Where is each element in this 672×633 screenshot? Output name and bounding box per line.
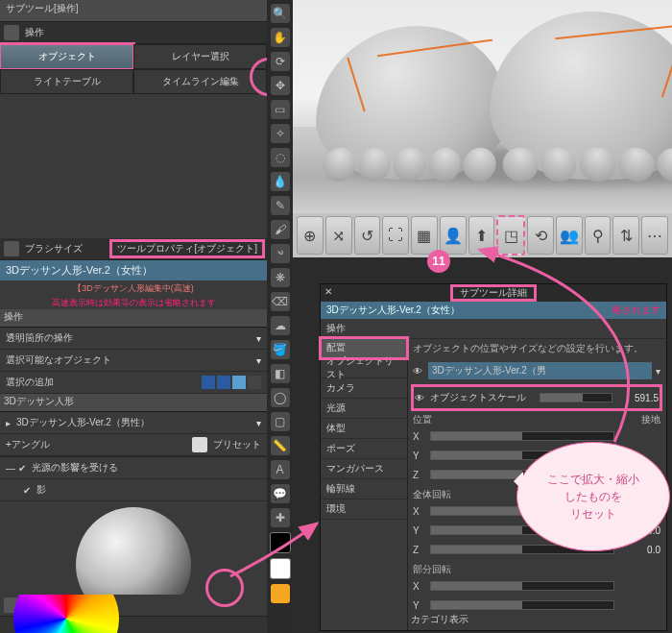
tool-select-icon[interactable]: ▭: [271, 100, 290, 119]
detail-model-name: 3Dデッサン人形-Ver.2（女性） 略されます: [321, 302, 666, 319]
ctrl-updown-icon[interactable]: ⇅: [612, 216, 639, 255]
side-camera[interactable]: カメラ: [321, 378, 407, 399]
model-dropdown[interactable]: 👁 3Dデッサン人形-Ver.2（男 ▾: [413, 361, 660, 380]
side-environment[interactable]: 環境: [321, 499, 407, 520]
category-toggle[interactable]: カテゴリ表示: [411, 613, 468, 626]
ctrl-rotate-icon[interactable]: ↺: [354, 216, 381, 255]
foot-right: [487, 12, 672, 180]
selectable-objects[interactable]: 選択可能なオブジェクト▾: [0, 350, 267, 372]
tool-move-icon[interactable]: ✥: [271, 76, 290, 95]
tool-air-icon[interactable]: ༄: [271, 244, 290, 263]
doll-item[interactable]: ▸3Dデッサン人形-Ver.2（男性）▾: [0, 412, 267, 434]
doll-section: 3Dデッサン人形: [0, 394, 267, 412]
tool-rotate-icon[interactable]: ⟳: [271, 52, 290, 71]
tool-dropper-icon[interactable]: 💧: [271, 172, 290, 191]
side-outline[interactable]: 輪郭線: [321, 479, 407, 499]
color-wheel[interactable]: [13, 595, 119, 633]
tool-zoom-icon[interactable]: 🔍: [271, 4, 290, 23]
tool-text-icon[interactable]: A: [271, 460, 290, 479]
tool-balloon-icon[interactable]: 💬: [271, 484, 290, 503]
tool-fix-icon[interactable]: ✚: [271, 508, 290, 527]
shadow-row[interactable]: ✔影: [0, 479, 267, 501]
prot-y[interactable]: Y: [413, 596, 660, 615]
ctrl-person-icon[interactable]: 👤: [440, 216, 467, 255]
prot-x[interactable]: X: [413, 576, 660, 596]
edit-note-2: 高速表示時は効果等の表示は省略されます: [0, 295, 267, 309]
selection-swatches: [202, 376, 261, 389]
tool-frame-icon[interactable]: ▢: [271, 412, 290, 431]
ctrl-more-icon[interactable]: ⋯: [641, 216, 668, 255]
light-affect-row[interactable]: — ✔光源の影響を受ける: [0, 457, 267, 479]
tool-wand-icon[interactable]: ✧: [271, 124, 290, 143]
tool-grad-icon[interactable]: ◧: [271, 364, 290, 383]
swatch-1[interactable]: [202, 376, 215, 389]
tab-light-table-label: ライトテーブル: [34, 75, 101, 88]
ctrl-up-icon[interactable]: ⬆: [468, 216, 495, 255]
tab-timeline-edit-label: タイムライン編集: [162, 75, 239, 88]
tab-light-table[interactable]: ライトテーブル: [0, 69, 133, 94]
subtool-tabs: オブジェクト レイヤー選択 ライトテーブル タイムライン編集: [0, 44, 267, 94]
tool-pen-icon[interactable]: ✎: [271, 196, 290, 215]
annotation-badge-11: 11: [427, 250, 450, 273]
ctrl-multi-icon[interactable]: 👥: [556, 216, 583, 255]
tool-lasso-icon[interactable]: ◌: [271, 148, 290, 167]
tool-hand-icon[interactable]: ✋: [271, 28, 290, 47]
accent-color[interactable]: [271, 584, 290, 603]
object-scale-value: 591.5: [616, 393, 659, 403]
preset-icon: [192, 437, 207, 452]
angle-preset[interactable]: +アングル プリセット: [0, 434, 267, 456]
ctrl-reset-icon[interactable]: ⟲: [527, 216, 554, 255]
swatch-3[interactable]: [232, 376, 246, 389]
add-selection[interactable]: 選択の追加: [0, 372, 267, 394]
side-manga-perspective[interactable]: マンガパース: [321, 459, 407, 479]
tool-strip: 🔍 ✋ ⟳ ✥ ▭ ✧ ◌ 💧 ✎ 🖌 ༄ ❋ ⌫ ☁ 🪣 ◧ ◯ ▢ 📏 A …: [267, 0, 293, 633]
tab-layer-select-label: レイヤー選択: [172, 50, 229, 63]
brush-icon: [4, 241, 19, 256]
tool-shape-icon[interactable]: ◯: [271, 388, 290, 407]
detail-side-list: 配置 オブジェクトリスト カメラ 光源 体型 ポーズ マンガパース 輪郭線 環境: [321, 338, 408, 630]
tab-object[interactable]: オブジェクト: [0, 44, 133, 69]
side-pose[interactable]: ポーズ: [321, 439, 407, 459]
side-light[interactable]: 光源: [321, 399, 407, 419]
background-color[interactable]: [270, 558, 291, 579]
viewport-3d[interactable]: [293, 0, 672, 213]
object-control-bar: ⊕ ⤨ ↺ ⛶ ▦ 👤 ⬆ ◳ ⟲ 👥 ⚲ ⇅ ⋯: [293, 213, 672, 257]
model-name: 3Dデッサン人形-Ver.2（女性）: [0, 260, 267, 280]
ctrl-cube-reset-icon[interactable]: ◳: [496, 215, 525, 256]
swatch-4[interactable]: [248, 376, 261, 389]
tab-timeline-edit[interactable]: タイムライン編集: [133, 69, 267, 94]
pos-x[interactable]: X: [413, 426, 660, 446]
transparent-op[interactable]: 透明箇所の操作▾: [0, 328, 267, 350]
annotation-circle-detail: [205, 569, 244, 607]
tool-deco-icon[interactable]: ❋: [271, 268, 290, 287]
tool-brush-icon[interactable]: 🖌: [271, 220, 290, 239]
tool-eraser-icon[interactable]: ⌫: [271, 292, 290, 311]
close-icon[interactable]: ✕: [324, 286, 332, 297]
ctrl-grid-icon[interactable]: ▦: [411, 216, 438, 255]
side-object-list[interactable]: オブジェクトリスト: [321, 358, 407, 378]
brush-size-row: ブラシサイズ ツールプロパティ[オブジェクト]: [0, 238, 267, 260]
detail-op-row: 操作: [321, 319, 666, 339]
foot-left: [313, 26, 513, 180]
tool-fill-icon[interactable]: 🪣: [271, 340, 290, 359]
op-section: 操作: [0, 309, 267, 328]
foreground-color[interactable]: [270, 532, 291, 553]
ctrl-pan-icon[interactable]: ⤨: [325, 216, 352, 255]
left-panel: サブツール[操作] 操作 オブジェクト レイヤー選択 ライトテーブル タイムライ…: [0, 0, 267, 633]
object-scale-row[interactable]: 👁 オブジェクトスケール 591.5: [413, 386, 660, 409]
tool-property-title[interactable]: ツールプロパティ[オブジェクト]: [111, 241, 263, 256]
subtool-group-row[interactable]: 操作: [0, 22, 267, 44]
tool-blend-icon[interactable]: ☁: [271, 316, 290, 335]
ctrl-frame-icon[interactable]: ⛶: [382, 216, 409, 255]
brush-size-label: ブラシサイズ: [25, 242, 83, 256]
side-body[interactable]: 体型: [321, 419, 407, 439]
detail-titlebar[interactable]: ✕ サブツール詳細: [321, 284, 666, 302]
ctrl-vitruvian-icon[interactable]: ⚲: [585, 216, 612, 255]
tab-layer-select[interactable]: レイヤー選択: [133, 44, 267, 69]
ctrl-move-icon[interactable]: ⊕: [297, 216, 324, 255]
swatch-2[interactable]: [217, 376, 230, 389]
tab-object-label: オブジェクト: [38, 50, 96, 63]
tool-ruler-icon[interactable]: 📏: [271, 436, 290, 455]
operate-icon: [4, 25, 19, 40]
annotation-bubble: ここで拡大・縮小したものをリセット: [516, 442, 670, 551]
